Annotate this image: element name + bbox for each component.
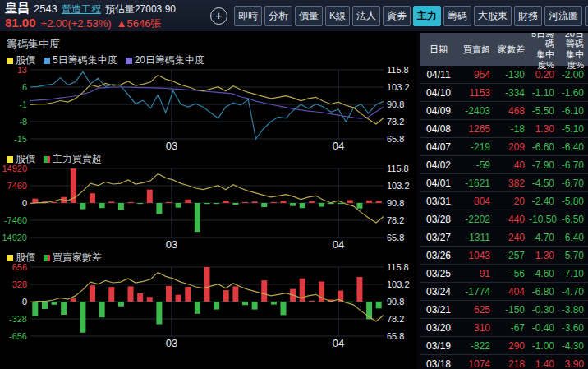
cell-value: 40 — [494, 159, 529, 171]
svg-text:03: 03 — [166, 140, 177, 152]
cell-value: -0.30 — [529, 304, 558, 316]
legend-swatch-icon — [7, 255, 13, 261]
svg-text:78.2: 78.2 — [387, 117, 404, 127]
svg-text:7460: 7460 — [7, 181, 27, 191]
last-price: 81.00 — [5, 16, 36, 30]
svg-text:656: 656 — [12, 264, 27, 272]
industry-link[interactable]: 營造工程 — [62, 4, 101, 16]
cell-value: -1.60 — [558, 87, 588, 99]
svg-text:65.8: 65.8 — [387, 233, 404, 242]
cell-value: -150 — [494, 304, 529, 316]
svg-text:103.2: 103.2 — [387, 181, 410, 191]
svg-text:90.8: 90.8 — [387, 297, 404, 307]
svg-text:115.8: 115.8 — [387, 165, 409, 173]
cell-value: 3.90 — [558, 358, 588, 369]
nav-tab-major[interactable]: 主力 — [413, 6, 441, 26]
cell-value: -2.40 — [529, 196, 558, 207]
table-row[interactable]: 04/09-2403468-5.50-6.10 — [420, 102, 588, 120]
chart-legend: 股價買賣家數差 — [2, 251, 416, 264]
main-area: 籌碼集中度 股價5日籌碼集中度20日籌碼集中度0304136-1-8-15115… — [0, 33, 588, 369]
up-arrow-icon: ▲ — [117, 17, 127, 30]
chart-section-1: 股價主力買賣超03041492074600-7460-14920115.8103… — [2, 152, 416, 251]
cell-date: 03/21 — [420, 304, 457, 316]
chart-section-2: 股價買賣家數差03046563280-328-656115.8103.290.8… — [2, 251, 416, 349]
charts-panel: 籌碼集中度 股價5日籌碼集中度20日籌碼集中度0304136-1-8-15115… — [0, 33, 416, 369]
table-row[interactable]: 03/3180420-2.40-5.80 — [420, 192, 588, 210]
cell-value: -5.10 — [558, 123, 588, 135]
nav-tab-price-volume[interactable]: 價量 — [295, 6, 323, 26]
cell-value: 310 — [457, 322, 494, 334]
nav-tab-analysis[interactable]: 分析 — [264, 6, 292, 26]
svg-text:78.2: 78.2 — [387, 215, 404, 225]
cell-value: -1774 — [457, 286, 494, 298]
cell-date: 04/10 — [420, 87, 457, 99]
cell-value: -2403 — [457, 105, 494, 117]
legend-item: 股價 — [7, 152, 35, 166]
legend-item: 5日籌碼集中度 — [44, 53, 117, 67]
table-row[interactable]: 03/2591-56-4.60-7.10 — [420, 265, 588, 283]
app-window: 皇昌 2543 營造工程 預估量27003.90 81.00 +2.00(+2.… — [0, 0, 588, 369]
table-row[interactable]: 04/01-1621382-4.50-6.70 — [420, 174, 588, 192]
nav-tab-k-line[interactable]: K線 — [325, 6, 350, 26]
svg-text:14920: 14920 — [2, 165, 27, 173]
cell-date: 04/01 — [420, 178, 457, 189]
column-header: 20日籌碼集中度% — [558, 33, 588, 70]
table-row[interactable]: 03/28-2202440-10.50-6.50 — [420, 210, 588, 228]
legend-swatch-icon — [44, 255, 50, 261]
table-row[interactable]: 03/20310-67-0.40-3.60 — [420, 319, 588, 337]
table-row[interactable]: 04/101153-334-1.10-1.60 — [420, 84, 588, 102]
svg-text:90.8: 90.8 — [387, 99, 404, 109]
table-row[interactable]: 03/19-822290-1.00-4.30 — [420, 337, 588, 355]
table-row[interactable]: 03/21625-150-0.30-3.80 — [420, 301, 588, 319]
chart-plot-1[interactable]: 03041492074600-7460-14920115.8103.290.87… — [2, 165, 416, 251]
table-row[interactable]: 04/11954-1300.20-2.00 — [420, 66, 588, 84]
nav-tab-financials[interactable]: 財務 — [514, 6, 542, 26]
table-row[interactable]: 03/261043-2571.30-5.70 — [420, 247, 588, 265]
table-row[interactable]: 03/27-1311240-4.70-6.40 — [420, 228, 588, 247]
chart-plot-0[interactable]: 0304136-1-8-15115.8103.290.878.265.8 — [2, 67, 416, 152]
volume: 5646張 — [126, 17, 161, 30]
legend-swatch-icon — [44, 58, 50, 64]
legend-swatch-icon — [44, 156, 50, 163]
cell-value: -257 — [494, 250, 529, 261]
nav-tab-chips[interactable]: 籌碼 — [443, 6, 471, 26]
table-row[interactable]: 04/07-219209-6.60-6.40 — [420, 138, 588, 156]
cell-value: 404 — [494, 286, 529, 298]
cell-date: 03/27 — [420, 232, 457, 243]
svg-text:0: 0 — [22, 198, 27, 208]
table-row[interactable]: 04/081265-181.30-5.10 — [420, 120, 588, 138]
cell-date: 03/18 — [420, 358, 457, 369]
add-icon[interactable]: + — [210, 7, 227, 25]
cell-value: -6.40 — [558, 232, 588, 243]
svg-text:328: 328 — [12, 279, 27, 289]
cell-date: 04/02 — [420, 159, 457, 171]
cell-value: -6.80 — [529, 286, 558, 298]
cell-date: 03/25 — [420, 268, 457, 279]
nav-tab-news-calendar[interactable]: 新聞/日曆 — [585, 6, 588, 26]
page-title: 籌碼集中度 — [2, 35, 416, 53]
cell-date: 03/28 — [420, 214, 457, 225]
nav-tab-institutional[interactable]: 法人 — [352, 6, 380, 26]
cell-value: -1.00 — [529, 340, 558, 352]
cell-value: -4.30 — [558, 340, 588, 352]
cell-value: 209 — [494, 141, 529, 153]
svg-text:04: 04 — [333, 140, 344, 152]
table-row[interactable]: 03/1810742181.403.90 — [420, 355, 588, 369]
nav-tab-margin[interactable]: 資券 — [383, 6, 411, 26]
cell-value: 1265 — [457, 123, 494, 135]
svg-text:-656: -656 — [9, 331, 27, 341]
nav-tab-realtime[interactable]: 即時 — [234, 6, 262, 26]
table-row[interactable]: 03/24-1774404-6.80-4.70 — [420, 283, 588, 301]
svg-text:-15: -15 — [14, 134, 27, 144]
chart-plot-2[interactable]: 03046563280-328-656115.8103.290.878.265.… — [2, 264, 416, 349]
column-header: 5日籌碼集中度% — [529, 33, 558, 70]
legend-label: 股價 — [16, 251, 35, 265]
cell-value: 1043 — [457, 250, 494, 261]
column-header: 日期 — [420, 44, 457, 55]
svg-text:-7460: -7460 — [4, 215, 27, 225]
nav-tab-river-chart[interactable]: 河流圖 — [544, 6, 582, 26]
table-row[interactable]: 04/02-5940-7.90-6.70 — [420, 156, 588, 174]
legend-swatch-icon — [7, 58, 13, 64]
cell-value: -6.60 — [529, 141, 558, 153]
nav-tab-major-shareholders[interactable]: 大股東 — [474, 6, 512, 26]
